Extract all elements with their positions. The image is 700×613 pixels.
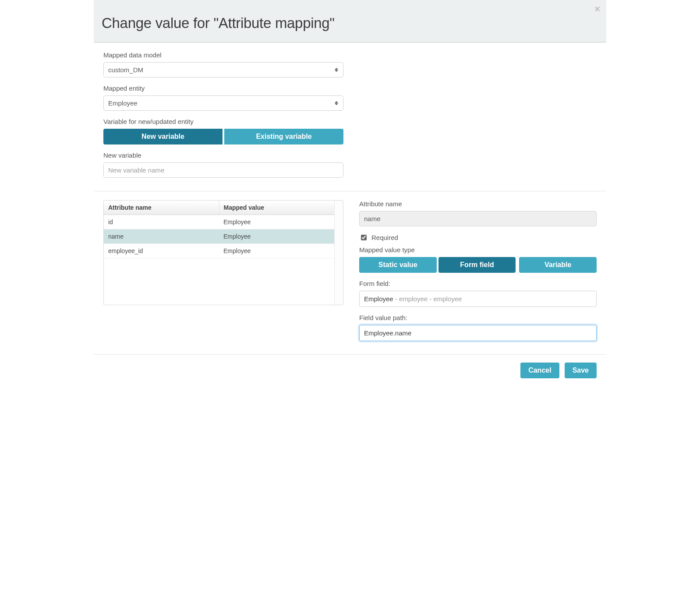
cell-mv: Employee xyxy=(219,229,334,244)
form-field-toggle[interactable]: Form field xyxy=(438,257,516,273)
divider xyxy=(94,191,606,191)
mapped-data-model-select[interactable]: custom_DM xyxy=(103,62,343,78)
cell-attr: name xyxy=(104,229,219,244)
attribute-name-field: name xyxy=(359,211,597,226)
cell-mv: Employee xyxy=(219,215,334,229)
attribute-grid: Attribute name Mapped value id Employee xyxy=(103,200,343,305)
new-variable-label: New variable xyxy=(103,151,597,159)
variable-toggle[interactable]: Variable xyxy=(519,257,597,273)
existing-variable-toggle[interactable]: Existing variable xyxy=(224,129,343,144)
static-value-toggle[interactable]: Static value xyxy=(359,257,437,273)
table-row[interactable]: name Employee xyxy=(104,229,334,244)
form-field-primary: Employee xyxy=(364,295,393,303)
table-row[interactable]: employee_id Employee xyxy=(104,244,334,258)
cell-attr: id xyxy=(104,215,219,229)
attribute-mapping-dialog: × Change value for "Attribute mapping" M… xyxy=(94,0,606,386)
variable-mode-toggle: New variable Existing variable xyxy=(103,129,343,144)
required-row: Required xyxy=(359,233,597,242)
mapped-entity-label: Mapped entity xyxy=(103,85,597,92)
mapped-data-model-label: Mapped data model xyxy=(103,51,597,59)
mapped-entity-group: Mapped entity Employee xyxy=(103,85,597,111)
table-scrollbar-gutter[interactable] xyxy=(334,201,343,305)
save-button[interactable]: Save xyxy=(565,363,597,378)
form-field-secondary: - employee - employee xyxy=(393,295,462,303)
attribute-name-label: Attribute name xyxy=(359,200,597,208)
variable-mode-label: Variable for new/updated entity xyxy=(103,118,597,125)
cell-attr: employee_id xyxy=(104,244,219,258)
caret-sort-icon xyxy=(334,100,339,106)
new-variable-group: New variable xyxy=(103,151,597,178)
variable-mode-group: Variable for new/updated entity New vari… xyxy=(103,118,597,144)
dialog-title: Change value for "Attribute mapping" xyxy=(102,15,597,32)
field-value-path-label: Field value path: xyxy=(359,314,597,321)
attribute-detail-panel: Attribute name name Required Mapped valu… xyxy=(359,200,597,341)
dialog-footer: Cancel Save xyxy=(94,354,606,386)
new-variable-input[interactable] xyxy=(103,162,343,178)
dialog-header: × Change value for "Attribute mapping" xyxy=(94,0,606,42)
cancel-button[interactable]: Cancel xyxy=(520,363,559,378)
col-mapped-value[interactable]: Mapped value xyxy=(219,201,334,215)
caret-sort-icon xyxy=(334,67,339,73)
new-variable-toggle[interactable]: New variable xyxy=(103,129,223,144)
required-label: Required xyxy=(371,234,398,241)
table-row[interactable]: id Employee xyxy=(104,215,334,229)
col-attribute-name[interactable]: Attribute name xyxy=(104,201,219,215)
cell-mv: Employee xyxy=(219,244,334,258)
form-field-label: Form field: xyxy=(359,280,597,287)
mapped-entity-select[interactable]: Employee xyxy=(103,95,343,111)
mapped-data-model-group: Mapped data model custom_DM xyxy=(103,51,597,78)
mapped-data-model-value: custom_DM xyxy=(108,66,143,74)
dialog-body: Mapped data model custom_DM Mapped entit… xyxy=(94,42,606,354)
form-field-select[interactable]: Employee - employee - employee xyxy=(359,291,597,307)
field-value-path-input[interactable] xyxy=(359,325,597,341)
attribute-table: Attribute name Mapped value id Employee xyxy=(104,201,334,258)
mapped-entity-value: Employee xyxy=(108,99,138,107)
attribute-table-panel: Attribute name Mapped value id Employee xyxy=(103,200,343,341)
mapped-value-type-toggle: Static value Form field Variable xyxy=(359,257,597,273)
mapped-value-type-label: Mapped value type xyxy=(359,246,597,254)
required-checkbox[interactable] xyxy=(361,235,367,240)
close-icon[interactable]: × xyxy=(594,4,600,14)
